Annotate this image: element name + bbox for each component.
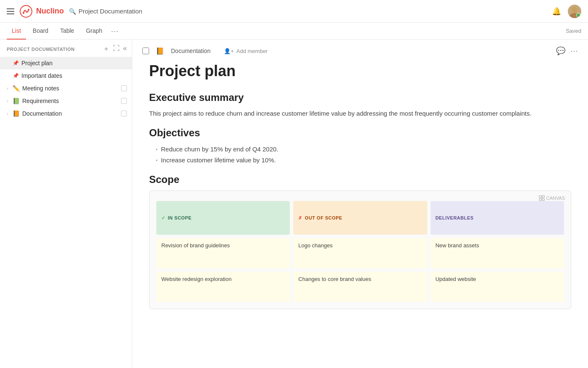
svg-point-1 (23, 12, 24, 14)
content-body: Project plan Executive summary This proj… (132, 59, 588, 326)
book-orange-icon: 📙 (13, 110, 20, 117)
doc-checkbox[interactable] (142, 48, 149, 54)
check-icon: ✓ (161, 215, 165, 221)
item-badge (121, 111, 127, 116)
list-item: Increase customer lifetime value by 10%. (156, 155, 571, 166)
canvas-grid: ✓ IN SCOPE ✗ OUT OF SCOPE DELIVERABLES R… (156, 201, 564, 302)
tab-list[interactable]: List (7, 23, 26, 40)
content-area: 📙 Documentation 👤+ Add member 💬 ⋯ Projec… (132, 40, 588, 368)
page-title-nav: Project Documentation (79, 8, 142, 15)
sidebar-item-label: Meeting notes (22, 85, 121, 92)
sidebar-item-label: Important dates (21, 72, 127, 79)
sidebar-item-important-dates[interactable]: 📌 Important dates (0, 69, 132, 82)
sidebar-item-label: Project plan (21, 60, 127, 66)
svg-rect-7 (539, 199, 541, 201)
sidebar: PROJECT DOCUMENTATION ＋ ⛶ « 📌 Project pl… (0, 40, 132, 368)
search-area: 🔍 Project Documentation (69, 8, 547, 15)
svg-rect-5 (539, 196, 541, 198)
canvas-container: CANVAS ✓ IN SCOPE ✗ OUT OF SCOPE DELIVER… (149, 191, 571, 309)
app-name: Nuclino (36, 7, 64, 16)
svg-point-4 (570, 13, 580, 18)
add-member-icon: 👤+ (224, 48, 234, 54)
pin-icon: 📌 (13, 60, 19, 66)
folder-icon: 📙 (156, 47, 164, 55)
x-icon: ✗ (298, 215, 302, 221)
logo-area: Nuclino (19, 5, 64, 18)
sidebar-item-project-plan[interactable]: 📌 Project plan (0, 57, 132, 69)
add-item-button[interactable]: ＋ (103, 45, 110, 53)
section-heading-objectives: Objectives (149, 127, 571, 139)
tab-table[interactable]: Table (55, 23, 79, 40)
canvas-col-in-scope: ✓ IN SCOPE (156, 201, 290, 235)
canvas-label: CANVAS (539, 195, 565, 201)
sidebar-header: PROJECT DOCUMENTATION ＋ ⛶ « (0, 40, 132, 57)
canvas-card-revision[interactable]: Revision of brand guidelines (156, 238, 290, 268)
tabs-more-button[interactable]: ⋯ (111, 26, 118, 36)
col-label: DELIVERABLES (436, 215, 474, 220)
sidebar-item-requirements[interactable]: › 📗 Requirements (0, 95, 132, 107)
canvas-card-brand-values[interactable]: Changes to core brand values (293, 272, 427, 302)
svg-point-2 (28, 9, 29, 11)
section-heading-scope: Scope (149, 174, 571, 185)
canvas-col-out-of-scope: ✗ OUT OF SCOPE (293, 201, 427, 235)
sidebar-actions: ＋ ⛶ « (103, 45, 127, 53)
collapse-button[interactable]: « (123, 45, 127, 53)
tab-board[interactable]: Board (28, 23, 53, 40)
chevron-right-icon: › (7, 111, 11, 116)
pin-icon: 📌 (13, 73, 19, 79)
sidebar-item-meeting-notes[interactable]: › ✏️ Meeting notes (0, 82, 132, 95)
add-member-label: Add member (236, 48, 268, 54)
svg-rect-6 (542, 196, 544, 198)
menu-button[interactable] (7, 8, 14, 14)
sidebar-item-label: Documentation (22, 110, 121, 117)
top-nav: Nuclino 🔍 Project Documentation 🔔 (0, 0, 588, 23)
pencil-icon: ✏️ (13, 85, 20, 92)
search-icon: 🔍 (69, 8, 76, 15)
svg-point-3 (572, 7, 578, 13)
saved-status: Saved (566, 28, 581, 34)
book-green-icon: 📗 (13, 98, 20, 104)
chevron-right-icon: › (7, 86, 11, 91)
canvas-card-new-brand-assets[interactable]: New brand assets (430, 238, 564, 268)
page-title: Project plan (149, 62, 571, 80)
nav-right: 🔔 (552, 5, 581, 18)
list-item: Reduce churn by 15% by end of Q4 2020. (156, 144, 571, 155)
svg-rect-8 (542, 199, 544, 201)
canvas-card-updated-website[interactable]: Updated website (430, 272, 564, 302)
sidebar-item-label: Requirements (22, 98, 121, 104)
notifications-icon[interactable]: 🔔 (552, 7, 561, 16)
main-layout: PROJECT DOCUMENTATION ＋ ⛶ « 📌 Project pl… (0, 40, 588, 368)
sidebar-section-title: PROJECT DOCUMENTATION (7, 47, 103, 52)
executive-summary-text: This project aims to reduce churn and in… (149, 109, 571, 119)
tab-graph[interactable]: Graph (81, 23, 108, 40)
objectives-list: Reduce churn by 15% by end of Q4 2020. I… (149, 144, 571, 165)
content-actions: 💬 ⋯ (556, 46, 578, 56)
item-badge (121, 98, 127, 104)
avatar[interactable] (568, 5, 581, 18)
tabs-bar: List Board Table Graph ⋯ Saved (0, 23, 588, 40)
col-label: IN SCOPE (168, 215, 192, 220)
canvas-col-deliverables: DELIVERABLES (430, 201, 564, 235)
expand-button[interactable]: ⛶ (113, 45, 120, 53)
more-options-icon[interactable]: ⋯ (570, 46, 578, 56)
canvas-card-logo-changes[interactable]: Logo changes (293, 238, 427, 268)
breadcrumb: Documentation (171, 48, 210, 54)
content-header: 📙 Documentation 👤+ Add member 💬 ⋯ (132, 40, 588, 59)
sidebar-item-documentation[interactable]: › 📙 Documentation (0, 107, 132, 120)
item-badge (121, 85, 127, 91)
canvas-icon (539, 195, 545, 201)
canvas-card-website-redesign[interactable]: Website redesign exploration (156, 272, 290, 302)
comments-icon[interactable]: 💬 (556, 46, 565, 56)
add-member-button[interactable]: 👤+ Add member (224, 48, 268, 54)
section-heading-executive-summary: Executive summary (149, 92, 571, 103)
logo-icon (19, 5, 33, 18)
canvas-text: CANVAS (546, 196, 565, 201)
chevron-right-icon: › (7, 99, 11, 103)
col-label: OUT OF SCOPE (305, 215, 342, 220)
